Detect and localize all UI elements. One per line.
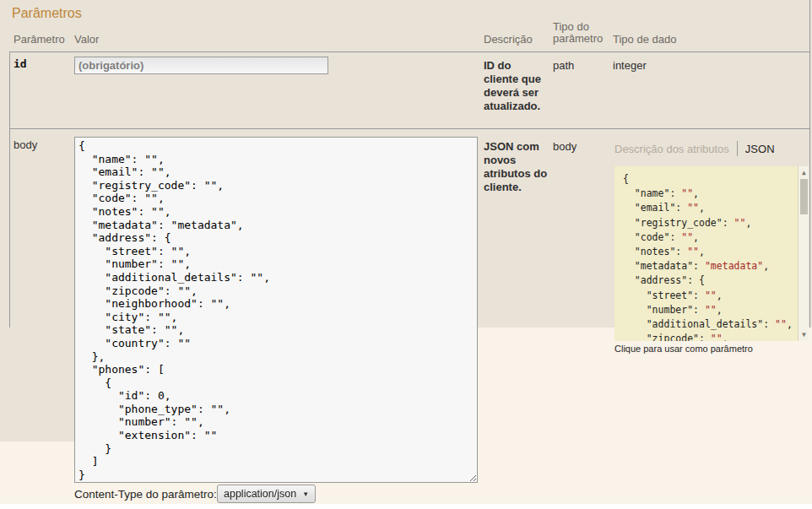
param-name-body: body (14, 138, 37, 151)
model-json-snippet[interactable]: ▲ ▼ { "name": "", "email": "", "registry… (614, 166, 809, 341)
body-row-left-background (0, 128, 74, 441)
id-parameter-type: path (553, 59, 574, 72)
column-header-value: Valor (74, 33, 99, 46)
snippet-scrollbar[interactable]: ▲ ▼ (798, 166, 809, 341)
tab-attribute-description[interactable]: Descrição dos atributos (614, 143, 729, 155)
parameters-panel: Parâmetros Parâmetro Valor Descrição Tip… (0, 0, 812, 509)
table-header-divider (9, 51, 809, 52)
body-parameter-type: body (553, 140, 577, 153)
scrollbar-up-icon[interactable]: ▲ (798, 167, 809, 178)
body-value-textarea[interactable]: { "name": "", "email": "", "registry_cod… (74, 137, 478, 483)
id-description: ID do cliente que deverá ser atualizado. (484, 59, 548, 113)
tab-separator (737, 141, 738, 156)
scrollbar-down-icon[interactable]: ▼ (798, 329, 809, 340)
section-title: Parâmetros (12, 6, 82, 21)
chevron-down-icon: ▼ (302, 490, 309, 498)
param-name-id: id (14, 57, 27, 70)
table-row-divider (9, 128, 809, 129)
scrollbar-thumb[interactable] (800, 179, 808, 214)
tab-json[interactable]: JSON (745, 143, 775, 155)
body-description: JSON com novos atributos do cliente. (484, 140, 548, 194)
table-left-border (9, 52, 10, 328)
table-right-border (809, 0, 810, 328)
page-bottom-strip (0, 504, 812, 509)
column-header-parameter-type: Tipo do parâmetro (553, 21, 612, 45)
column-header-data-type: Tipo de dado (613, 33, 676, 46)
snippet-hint: Clique para usar como parâmetro (614, 344, 753, 354)
content-type-select[interactable]: application/json ▼ (217, 485, 316, 503)
column-header-parameter: Parâmetro (14, 33, 65, 46)
model-panel-tabs: Descrição dos atributos JSON (614, 140, 775, 157)
id-data-type: integer (613, 59, 647, 72)
column-header-description: Descrição (484, 33, 533, 46)
id-value-input[interactable] (74, 57, 328, 74)
content-type-value: application/json (224, 488, 296, 500)
content-type-label: Content-Type do parâmetro: (74, 488, 217, 501)
